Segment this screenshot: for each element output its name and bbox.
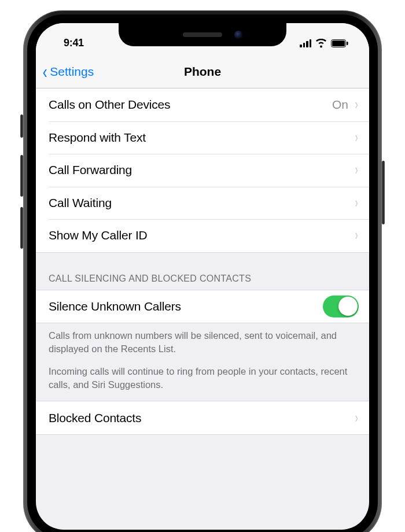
battery-icon — [331, 39, 348, 47]
device-inner: 9:41 ‹ Settings — [27, 14, 378, 532]
chevron-right-icon: › — [355, 409, 358, 426]
row-calls-on-other-devices[interactable]: Calls on Other Devices On › — [36, 88, 369, 121]
settings-content: Calls on Other Devices On › Respond with… — [36, 88, 369, 435]
blocked-group: Blocked Contacts › — [36, 401, 369, 435]
toggle-knob — [338, 297, 358, 316]
row-label: Respond with Text — [49, 131, 354, 145]
calls-settings-group: Calls on Other Devices On › Respond with… — [36, 88, 369, 253]
volume-up-button — [20, 155, 23, 197]
footer-text-2: Incoming calls will continue to ring fro… — [49, 365, 356, 391]
status-right — [300, 39, 348, 48]
side-button — [382, 161, 385, 224]
section-header-silencing: CALL SILENCING AND BLOCKED CONTACTS — [36, 253, 369, 290]
wifi-icon — [315, 39, 327, 48]
row-label: Call Forwarding — [49, 163, 354, 177]
front-camera — [234, 31, 242, 39]
cellular-signal-icon — [300, 39, 311, 47]
row-show-my-caller-id[interactable]: Show My Caller ID › — [36, 219, 369, 252]
row-label: Blocked Contacts — [49, 411, 354, 425]
chevron-right-icon: › — [355, 194, 358, 211]
nav-bar: ‹ Settings Phone — [36, 55, 369, 88]
svg-rect-1 — [332, 40, 345, 46]
page-title: Phone — [184, 65, 221, 79]
row-call-waiting[interactable]: Call Waiting › — [36, 187, 369, 220]
svg-rect-2 — [347, 42, 348, 45]
silence-group: Silence Unknown Callers — [36, 290, 369, 324]
mute-switch — [20, 114, 23, 138]
section-footer-silencing: Calls from unknown numbers will be silen… — [36, 323, 369, 401]
row-silence-unknown-callers[interactable]: Silence Unknown Callers — [36, 290, 369, 323]
phone-frame: 9:41 ‹ Settings — [23, 10, 382, 532]
back-label: Settings — [50, 65, 94, 79]
back-button[interactable]: ‹ Settings — [36, 65, 94, 79]
footer-text-1: Calls from unknown numbers will be silen… — [49, 329, 356, 356]
row-label: Show My Caller ID — [49, 228, 354, 242]
screen: 9:41 ‹ Settings — [36, 23, 369, 530]
row-label: Calls on Other Devices — [49, 98, 332, 112]
row-label: Silence Unknown Callers — [49, 300, 323, 313]
speaker-grille — [183, 32, 222, 37]
status-time: 9:41 — [64, 37, 84, 49]
volume-down-button — [20, 207, 23, 249]
chevron-right-icon: › — [355, 129, 358, 146]
row-label: Call Waiting — [49, 196, 354, 210]
chevron-right-icon: › — [355, 97, 358, 113]
row-respond-with-text[interactable]: Respond with Text › — [36, 121, 369, 154]
row-blocked-contacts[interactable]: Blocked Contacts › — [36, 401, 369, 434]
chevron-right-icon: › — [355, 227, 358, 244]
chevron-right-icon: › — [355, 162, 358, 179]
silence-unknown-toggle[interactable] — [323, 295, 359, 317]
notch — [119, 23, 286, 46]
row-value: On — [332, 98, 348, 112]
row-call-forwarding[interactable]: Call Forwarding › — [36, 154, 369, 187]
